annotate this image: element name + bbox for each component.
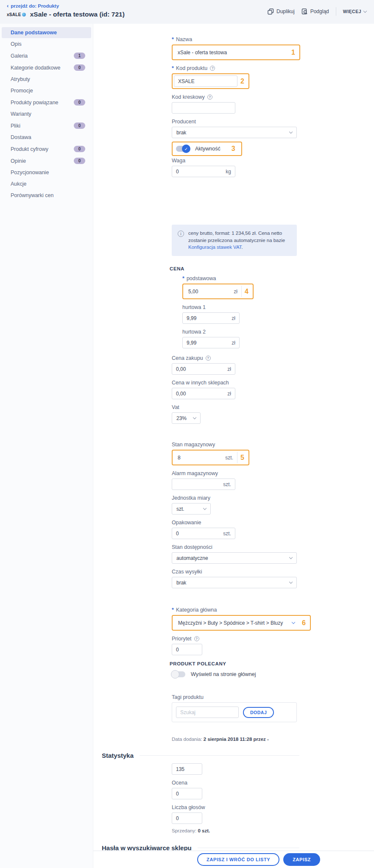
help-icon[interactable]: ? [206, 356, 211, 361]
field-label: hurtowa 2 [182, 329, 206, 335]
sidebar-item-opinie[interactable]: Opinie0 [2, 155, 91, 167]
sidebar-item-label: Produkt cyfrowy [11, 146, 48, 152]
nazwa-input-wrap [174, 47, 288, 58]
count-badge: 0 [74, 122, 85, 129]
field-odslony [172, 763, 374, 775]
field-cena-podstawowa: *podstawowa zł 4 [182, 275, 374, 299]
main-form-area: *Nazwa 1 *Kod produktu? 2 [93, 24, 374, 868]
alarm-input-wrap: szt. [172, 479, 235, 490]
nazwa-input[interactable] [178, 50, 285, 56]
field-label: Kod kreskowy [172, 94, 205, 100]
tagi-box: DODAJ [172, 702, 297, 722]
vat-info-text: ceny brutto, format: 1 234,56 zł. Cena n… [188, 230, 291, 251]
sidebar-item-atrybuty[interactable]: Atrybuty [2, 74, 91, 85]
hurtowa-2-input[interactable] [187, 340, 229, 346]
sidebar-item-produkty-powiazane[interactable]: Produkty powiązane0 [2, 97, 91, 108]
sidebar-item-pliki[interactable]: Pliki0 [2, 120, 91, 131]
kod-kreskowy-input[interactable] [176, 105, 231, 111]
info-text-after: . [242, 245, 243, 250]
field-label: Tagi produktu [172, 694, 204, 700]
tag-search-input[interactable] [180, 709, 234, 715]
cena-inne-input[interactable] [176, 391, 225, 397]
sidebar-item-label: Opinie [11, 158, 26, 164]
logo-text: xSALE [7, 12, 21, 17]
save-footer-bar: ZAPISZ I WRÓĆ DO LISTY ZAPISZ [93, 851, 374, 868]
add-tag-button[interactable]: DODAJ [243, 707, 274, 718]
aktywnosc-toggle[interactable]: ✓ [176, 146, 190, 152]
cena-zakupu-input[interactable] [176, 366, 225, 372]
producent-select[interactable]: brak [172, 127, 297, 138]
field-tagi-produktu: Tagi produktu DODAJ [172, 694, 374, 722]
sidebar-item-warianty[interactable]: Warianty [2, 108, 91, 120]
chevron-down-icon [292, 620, 295, 624]
highlight-box-4: zł 4 [182, 284, 254, 299]
sidebar-item-dane-podstawowe[interactable]: Dane podstawowe [2, 27, 91, 38]
kategoria-select[interactable]: Mężczyźni > Buty > Spódnice > T-shirt > … [174, 617, 299, 629]
field-producent: Producent brak [172, 119, 374, 138]
cena-podstawowa-input[interactable] [188, 289, 231, 295]
glosy-input[interactable] [176, 815, 198, 821]
field-label: hurtowa 1 [182, 304, 206, 310]
sidebar-item-promocje[interactable]: Promocje [2, 85, 91, 96]
hurtowa-1-input[interactable] [187, 315, 229, 321]
waga-input-wrap: kg [172, 166, 235, 177]
field-label: Producent [172, 119, 196, 125]
currency-suffix: zł [227, 366, 231, 372]
polecany-toggle[interactable] [172, 671, 185, 677]
opakowanie-input-wrap: szt. [172, 528, 235, 539]
priorytet-input[interactable] [176, 647, 198, 653]
field-czas-wysylki: Czas wysyłki brak [172, 569, 374, 588]
sidebar-item-label: Pliki [11, 123, 20, 129]
opakowanie-input[interactable] [176, 531, 220, 537]
help-icon[interactable]: ? [207, 95, 212, 100]
required-asterisk: * [182, 275, 184, 281]
sidebar-item-galeria[interactable]: Galeria1 [2, 50, 91, 61]
sidebar-item-label: Produkty powiązane [11, 100, 59, 106]
ocena-input[interactable] [176, 791, 198, 797]
save-button[interactable]: ZAPISZ [283, 853, 320, 866]
jednostka-select[interactable]: szt. [172, 503, 211, 515]
waga-input[interactable] [176, 169, 223, 175]
kod-produktu-input[interactable] [178, 78, 233, 84]
stan-magazynowy-input[interactable] [178, 455, 223, 461]
sidebar-item-aukcje[interactable]: Aukcje [2, 178, 91, 189]
help-icon[interactable]: ? [210, 66, 215, 71]
sidebar-item-label: Aukcje [11, 181, 27, 187]
callout-number-6: 6 [299, 619, 309, 627]
select-value: brak [176, 580, 186, 586]
currency-suffix: zł [234, 289, 237, 295]
priorytet-input-wrap [172, 644, 202, 655]
dostepnosc-select[interactable]: automatyczne [172, 552, 297, 564]
preview-button[interactable]: Podgląd [301, 8, 329, 15]
field-label: Jednostka miary [172, 495, 210, 501]
more-menu-button[interactable]: WIĘCEJ [343, 9, 366, 14]
sprzedany-label: Sprzedany: [172, 828, 196, 833]
highlight-box-1: 1 [172, 45, 300, 60]
sidebar-item-kategorie-dodatkowe[interactable]: Kategorie dodatkowe0 [2, 62, 91, 73]
vat-select[interactable]: 23% [172, 412, 201, 424]
field-label: Stan dostępności [172, 544, 212, 550]
help-icon[interactable]: ? [194, 636, 199, 641]
sidebar-item-porownywarki-cen[interactable]: Porównywarki cen [2, 190, 91, 201]
sidebar-item-pozycjonowanie[interactable]: Pozycjonowanie [2, 167, 91, 178]
alarm-input[interactable] [176, 481, 220, 487]
required-asterisk: * [172, 65, 174, 71]
toggle-label: Aktywność [195, 146, 220, 152]
preview-label: Podgląd [310, 8, 329, 14]
sidebar-item-opis[interactable]: Opis [2, 39, 91, 50]
vat-config-link[interactable]: Konfiguracja stawek VAT [188, 245, 242, 250]
save-and-back-button[interactable]: ZAPISZ I WRÓĆ DO LISTY [197, 853, 279, 866]
produkt-polecany-heading: PRODUKT POLECANY [170, 661, 374, 666]
currency-suffix: zł [227, 391, 231, 397]
duplicate-label: Duplikuj [276, 8, 295, 14]
wysylka-select[interactable]: brak [172, 577, 297, 588]
callout-number-3: 3 [220, 145, 240, 153]
duplicate-button[interactable]: Duplikuj [268, 8, 295, 15]
sidebar-item-produkt-cyfrowy[interactable]: Produkt cyfrowy0 [2, 143, 91, 155]
sidebar-item-label: Dane podstawowe [11, 30, 57, 36]
sidebar-item-dostawa[interactable]: Dostawa [2, 132, 91, 143]
count-badge: 0 [74, 158, 85, 164]
highlight-box-3: ✓ Aktywność 3 [172, 142, 242, 156]
views-input[interactable] [176, 766, 198, 772]
sidebar-item-label: Atrybuty [11, 76, 30, 82]
